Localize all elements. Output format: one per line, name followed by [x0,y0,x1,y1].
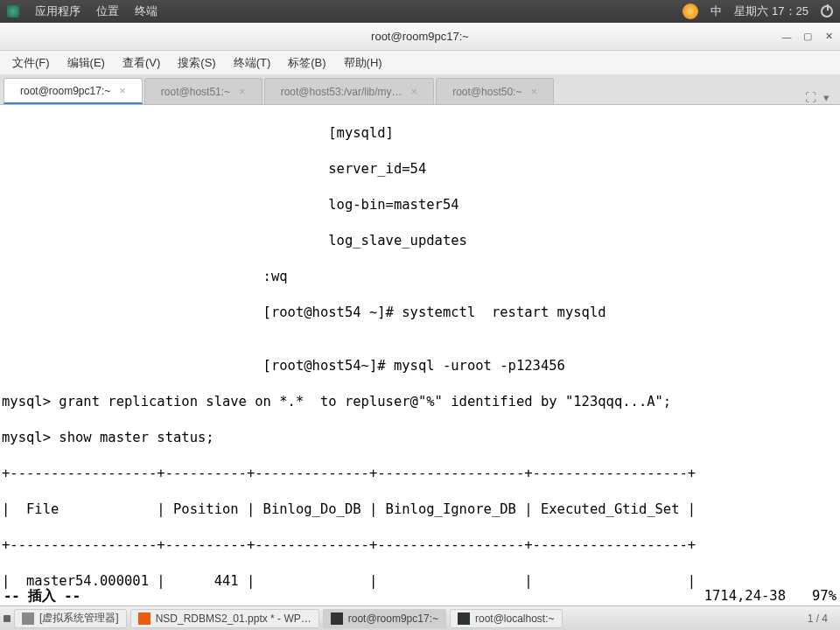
window-title: root@room9pc17:~ [371,30,469,43]
vim-statusline: -- 插入 -- 1714,24-38 97% [0,586,840,606]
menu-edit[interactable]: 编辑(E) [60,52,112,74]
vm-icon [22,612,34,625]
tab-close-icon[interactable]: × [411,85,418,98]
terminal-window: root@room9pc17:~ — ▢ ✕ 文件(F) 编辑(E) 查看(V)… [0,23,840,606]
terminal-line: +------------------+----------+---------… [2,536,840,554]
menu-applications[interactable]: 应用程序 [35,4,80,19]
terminal-line: | File | Position | Binlog_Do_DB | Binlo… [2,500,840,518]
terminal-line: log_slave_updates [2,232,840,249]
workspace-pager[interactable]: 1 / 4 [799,612,836,625]
menu-places[interactable]: 位置 [96,4,119,19]
tab-label: root@host51:~ [161,86,230,98]
menu-view[interactable]: 查看(V) [116,52,167,74]
tray-icon[interactable] [4,615,10,622]
minimize-button[interactable]: — [780,31,793,43]
tab-label: root@host50:~ [452,86,522,98]
power-icon[interactable] [821,5,833,18]
tab-label: root@room9pc17:~ [20,85,110,97]
terminal-line: [root@host54~]# mysql -uroot -p123456 [2,357,840,374]
menu-terminal[interactable]: 终端(T) [227,52,278,74]
tab-overview-icon[interactable]: ⛶ [805,91,816,104]
notification-icon[interactable] [682,4,698,19]
terminal-line: [mysqld] [2,124,840,142]
tab-2[interactable]: root@host53:/var/lib/my… × [264,78,435,104]
tab-label: root@host53:/var/lib/my… [281,86,402,98]
maximize-button[interactable]: ▢ [802,31,814,43]
terminal-line: server_id=54 [2,160,840,178]
task-item-vm[interactable]: [虚拟系统管理器] [14,609,127,628]
presentation-icon [138,612,150,625]
task-label: NSD_RDBMS2_01.pptx * - WP… [156,612,312,625]
tab-3[interactable]: root@host50:~ × [436,78,554,104]
task-label: [虚拟系统管理器] [39,611,119,626]
tabbar: root@room9pc17:~ × root@host51:~ × root@… [0,75,840,105]
close-button[interactable]: ✕ [822,31,835,43]
tab-close-icon[interactable]: × [119,84,126,97]
tab-menu-icon[interactable]: ▾ [823,91,830,104]
tab-1[interactable]: root@host51:~ × [144,78,262,104]
vim-percent: 97% [812,587,836,605]
menu-terminal-app[interactable]: 终端 [135,4,158,19]
terminal-line: mysql> show master status; [2,429,840,446]
vim-position: 1714,24-38 [704,587,786,605]
gnome-top-panel: 应用程序 位置 终端 中 星期六 17：25 [0,0,840,23]
terminal-line: :wq [2,268,840,285]
clock[interactable]: 星期六 17：25 [734,4,808,19]
window-titlebar[interactable]: root@room9pc17:~ — ▢ ✕ [0,23,840,51]
menu-search[interactable]: 搜索(S) [171,52,222,74]
menu-file[interactable]: 文件(F) [5,52,57,74]
terminal-line: log-bin=master54 [2,196,840,214]
vim-mode: -- 插入 -- [4,587,80,605]
terminal-icon [458,612,470,625]
terminal-line: +------------------+----------+---------… [2,465,840,482]
menubar: 文件(F) 编辑(E) 查看(V) 搜索(S) 终端(T) 标签(B) 帮助(H… [0,51,840,75]
terminal-line: mysql> grant replication slave on *.* to… [2,393,840,410]
task-item-terminal-1[interactable]: root@room9pc17:~ [323,609,446,628]
tab-0[interactable]: root@room9pc17:~ × [4,78,143,104]
task-item-wps[interactable]: NSD_RDBMS2_01.pptx * - WP… [130,609,319,628]
tab-close-icon[interactable]: × [530,85,537,98]
task-label: root@localhost:~ [475,612,555,625]
task-item-terminal-2[interactable]: root@localhost:~ [450,609,563,628]
tab-close-icon[interactable]: × [239,85,246,98]
terminal-line: [root@host54 ~]# systemctl restart mysql… [2,304,840,321]
terminal-output[interactable]: [mysqld] server_id=54 log-bin=master54 l… [0,105,840,606]
menu-tabs[interactable]: 标签(B) [281,52,332,74]
ime-indicator[interactable]: 中 [710,4,722,19]
task-label: root@room9pc17:~ [348,612,438,625]
activities-icon[interactable] [7,5,19,18]
gnome-taskbar: [虚拟系统管理器] NSD_RDBMS2_01.pptx * - WP… roo… [0,606,840,630]
terminal-icon [331,612,343,625]
menu-help[interactable]: 帮助(H) [337,52,389,74]
